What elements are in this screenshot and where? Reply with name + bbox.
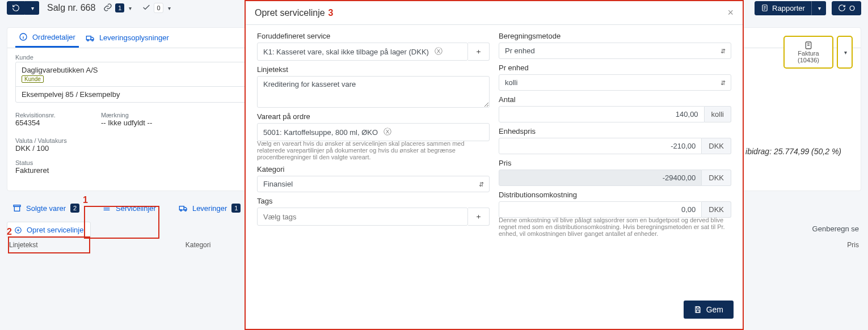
link-count: 1 [115,3,124,12]
tab-servicelines[interactable]: Servicelinjer [101,199,157,217]
vareart-value: 5001: Kartoffelsuppe, 800 ml, ØKO [263,128,378,137]
customer-tag: Kunde [22,75,44,83]
predef-value: K1: Kasseret vare, skal ikke tilbage på … [263,48,429,56]
linetext-input[interactable]: Kreditering for kasseret vare [257,76,490,108]
tasks[interactable]: 0 ▾ [142,3,170,14]
tab-servicelines-label: Servicelinjer [116,204,156,213]
history-menu-button[interactable]: ▾ [25,1,39,15]
price-currency: DKK [702,170,731,186]
history-icon [12,4,20,12]
plus-icon: ＋ [475,47,482,56]
tags-input[interactable] [257,208,468,226]
reports-button[interactable]: Rapporter [755,1,811,15]
linked-records[interactable]: 1 ▾ [103,3,132,14]
tab-delivery-info[interactable]: Leveringsoplysninger [82,28,172,48]
svg-rect-14 [14,206,19,211]
report-icon [761,4,769,12]
th-category: Kategori [186,241,211,249]
modal-right-column: Beregningsmetode Pr enhed ⇵ Pr enhed ko [499,32,731,292]
plus-icon-2: ＋ [475,212,482,221]
unit-select[interactable]: kolli [499,74,731,91]
category-select[interactable]: Finansiel [257,176,490,192]
predef-label: Foruddefineret service [257,32,490,40]
tab-deliveries-label: Leveringer [192,204,227,213]
svg-rect-24 [696,307,699,308]
modal-close-button[interactable]: × [727,7,734,19]
qty-suffix: kolli [705,106,731,122]
reports-group: Rapporter ▾ [755,1,826,15]
recalc-button[interactable]: Genberegn se [812,225,859,233]
tab-delivery-info-label: Leveringsoplysninger [99,33,169,42]
task-count: 0 [154,3,163,13]
tab-order-details-label: Ordredetaljer [32,33,75,41]
reports-label: Rapporter [772,4,805,12]
tab-order-details[interactable]: Ordredetaljer [15,28,79,48]
tags-label: Tags [257,197,490,205]
db-summary-text: ibidrag: 25.774,99 (50,2 %) [745,147,841,156]
check-icon [142,3,151,14]
history-buttons: ▾ [7,1,39,15]
save-button[interactable]: Gem [684,301,734,319]
link-icon [103,3,112,14]
svg-rect-7 [86,36,91,40]
history-back-button[interactable] [7,1,25,15]
category-label: Kategori [257,165,490,174]
callout-2-number: 2 [7,227,12,237]
callout-1-number: 1 [83,195,88,205]
create-serviceline-label: Opret servicelinje [27,226,83,234]
tab-sold-badge: 2 [70,204,79,213]
refresh-icon [838,4,846,12]
price-label: Pris [499,159,731,167]
plus-circle-icon [14,226,22,234]
tab-deliveries-badge: 1 [231,204,241,213]
save-icon [694,306,702,314]
tab-sold-items[interactable]: Solgte varer 2 [11,199,81,217]
tags-add-button[interactable]: ＋ [468,208,490,226]
linetext-label: Linjetekst [257,65,490,74]
unitprice-label: Enhedspris [499,127,731,136]
top-links: 1 ▾ 0 ▾ [103,3,170,14]
dist-label: Distributionsomkostning [499,191,731,199]
reports-dropdown[interactable]: ▾ [811,1,826,15]
unit-label: Pr enhed [499,64,731,72]
price-input [499,170,702,186]
predef-add-button[interactable]: ＋ [468,43,490,61]
predef-select[interactable]: K1: Kasseret vare, skal ikke tilbage på … [257,43,468,61]
method-label: Beregningsmetode [499,32,731,40]
tab-sold-label: Solgte varer [26,204,66,213]
dist-input[interactable] [499,201,702,218]
save-label: Gem [706,305,723,314]
rekv-value: 654354 [15,119,56,127]
method-select[interactable]: Pr enhed [499,43,731,59]
th-price: Pris [847,241,859,249]
create-serviceline-button[interactable]: Opret servicelinje [7,222,91,238]
unitprice-currency: DKK [702,138,731,154]
unitprice-input[interactable] [499,138,702,154]
qty-input[interactable] [499,106,705,122]
svg-rect-18 [179,206,184,210]
vareart-help: Vælg en vareart hvis du ønsker at servic… [257,140,490,160]
callout-3-number: 3 [328,8,334,18]
modal-left-column: Foruddefineret service K1: Kasseret vare… [257,32,490,292]
th-linetext: Linjetekst [9,241,38,249]
update-button[interactable]: O [832,1,861,15]
dist-currency: DKK [702,201,731,218]
remove-chip-icon-2[interactable]: ⓧ [384,127,391,137]
vareart-label: Vareart på ordre [257,112,490,121]
svg-rect-25 [696,310,699,313]
modal-title-text: Opret servicelinje [255,8,325,18]
update-label: O [849,4,855,12]
tab-deliveries[interactable]: Leveringer 1 [178,199,242,217]
mark-label: Mærkning [101,112,152,119]
dist-help: Denne omkostning vil blive pålagt salgso… [499,217,731,237]
modal-header: Opret servicelinje 3 × [246,1,743,25]
sale-number: Salg nr. 668 [47,3,95,13]
vareart-select[interactable]: 5001: Kartoffelsuppe, 800 ml, ØKOⓧ [257,123,490,141]
mark-value: -- Ikke udfyldt -- [101,119,152,127]
modal-footer: Gem [246,294,743,329]
qty-label: Antal [499,95,731,104]
rekv-label: Rekvisitionsnr. [15,112,56,119]
remove-chip-icon[interactable]: ⓧ [435,46,443,57]
create-serviceline-modal: Opret servicelinje 3 × Foruddefineret se… [245,0,744,330]
